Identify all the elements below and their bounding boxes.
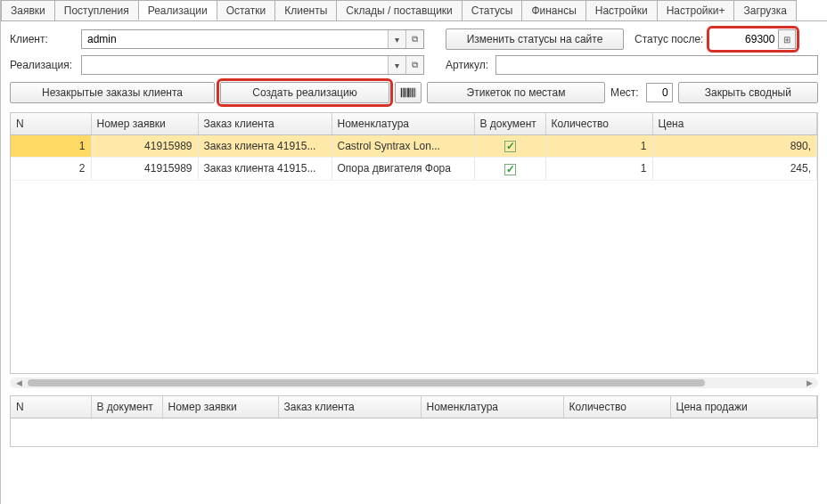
col-quantity[interactable]: Количество bbox=[545, 113, 652, 135]
client-dropdown-icon[interactable]: ▾ bbox=[388, 30, 405, 48]
col-n[interactable]: N bbox=[11, 113, 91, 135]
tab-nastroiki-plus[interactable]: Настройки+ bbox=[657, 0, 735, 20]
cell-nomen: Опора двигателя Фора bbox=[332, 158, 474, 180]
cell-client-order: Заказ клиента 41915... bbox=[198, 135, 332, 158]
status-after-label: Статус после: bbox=[635, 33, 703, 45]
cell-order: 41915989 bbox=[91, 158, 198, 180]
article-label: Артикул: bbox=[446, 59, 488, 71]
svg-rect-3 bbox=[406, 88, 407, 98]
status-after-picker-icon[interactable]: ⊞ bbox=[778, 29, 796, 49]
col-price[interactable]: Цена bbox=[652, 113, 817, 135]
col2-sale-price[interactable]: Цена продажи bbox=[670, 396, 817, 419]
cell-order: 41915989 bbox=[91, 135, 198, 158]
col-nomenclature[interactable]: Номенклатура bbox=[332, 113, 474, 135]
tab-zayavki[interactable]: Заявки bbox=[1, 0, 55, 20]
col2-client-order[interactable]: Заказ клиента bbox=[278, 396, 421, 419]
scroll-thumb[interactable] bbox=[28, 379, 705, 386]
tab-klienty[interactable]: Клиенты bbox=[274, 0, 337, 20]
col2-order-number[interactable]: Номер заявки bbox=[162, 396, 278, 419]
main-table-header-row: N Номер заявки Заказ клиента Номенклатур… bbox=[11, 113, 817, 135]
cell-qty: 1 bbox=[545, 135, 652, 158]
svg-rect-8 bbox=[415, 88, 416, 98]
scroll-left-icon[interactable]: ◀ bbox=[13, 378, 24, 388]
filter-row-2: Реализация: ▾ ⧉ Артикул: bbox=[1, 53, 827, 78]
filter-row-1: Клиент: ▾ ⧉ Изменить статусы на сайте Ст… bbox=[1, 21, 827, 53]
client-open-icon[interactable]: ⧉ bbox=[405, 30, 423, 48]
tab-finansy[interactable]: Финансы bbox=[521, 0, 585, 20]
table-row[interactable]: 2 41915989 Заказ клиента 41915... Опора … bbox=[11, 158, 817, 180]
realization-input-group: ▾ ⧉ bbox=[81, 55, 424, 75]
cell-in-doc[interactable] bbox=[474, 158, 545, 180]
svg-rect-7 bbox=[414, 88, 414, 98]
realization-label: Реализация: bbox=[10, 59, 74, 71]
check-icon bbox=[504, 164, 516, 175]
change-status-button[interactable]: Изменить статусы на сайте bbox=[446, 28, 624, 50]
svg-rect-4 bbox=[407, 88, 409, 98]
cell-nomen: Castrol Syntrax Lon... bbox=[332, 135, 474, 158]
places-label: Мест: bbox=[610, 86, 639, 99]
realization-dropdown-icon[interactable]: ▾ bbox=[388, 56, 405, 74]
barcode-button[interactable] bbox=[395, 82, 422, 103]
cell-price: 245, bbox=[652, 158, 817, 180]
main-table: N Номер заявки Заказ клиента Номенклатур… bbox=[11, 113, 817, 181]
tab-postupleniya[interactable]: Поступления bbox=[54, 0, 139, 20]
tab-sklady[interactable]: Склады / поставщики bbox=[336, 0, 462, 20]
cell-client-order: Заказ клиента 41915... bbox=[198, 158, 332, 180]
horizontal-scrollbar[interactable]: ◀ ▶ bbox=[10, 378, 818, 388]
close-summary-button[interactable]: Закрыть сводный bbox=[678, 82, 818, 103]
main-table-wrap: N Номер заявки Заказ клиента Номенклатур… bbox=[10, 112, 818, 374]
cell-qty: 1 bbox=[545, 158, 652, 180]
svg-rect-6 bbox=[412, 88, 414, 98]
scroll-right-icon[interactable]: ▶ bbox=[804, 378, 815, 388]
svg-rect-5 bbox=[410, 88, 411, 98]
create-realization-button[interactable]: Создать реализацию bbox=[220, 82, 389, 103]
tab-bar: Заявки Поступления Реализации Остатки Кл… bbox=[1, 0, 827, 21]
secondary-table-header-row: N В документ Номер заявки Заказ клиента … bbox=[11, 396, 817, 419]
col-order-number[interactable]: Номер заявки bbox=[91, 113, 198, 135]
places-input[interactable] bbox=[646, 83, 673, 102]
check-icon bbox=[504, 141, 516, 152]
svg-rect-0 bbox=[401, 88, 403, 98]
barcode-icon bbox=[400, 86, 416, 99]
status-after-input[interactable] bbox=[710, 29, 778, 49]
col-client-order[interactable]: Заказ клиента bbox=[198, 113, 332, 135]
secondary-table-wrap: N В документ Номер заявки Заказ клиента … bbox=[10, 395, 818, 447]
tab-statusy[interactable]: Статусы bbox=[462, 0, 523, 20]
col2-quantity[interactable]: Количество bbox=[563, 396, 670, 419]
article-input[interactable] bbox=[496, 56, 817, 74]
tab-realizacii[interactable]: Реализации bbox=[138, 0, 217, 20]
svg-rect-1 bbox=[403, 88, 404, 98]
tab-zagruzka[interactable]: Загрузка bbox=[733, 0, 797, 20]
article-input-group bbox=[495, 55, 818, 75]
col2-n[interactable]: N bbox=[11, 396, 91, 419]
cell-price: 890, bbox=[652, 135, 817, 158]
client-input[interactable] bbox=[82, 30, 388, 48]
col2-nomenclature[interactable]: Номенклатура bbox=[421, 396, 563, 419]
cell-n: 2 bbox=[11, 158, 91, 180]
col2-in-document[interactable]: В документ bbox=[91, 396, 162, 419]
tab-ostatki[interactable]: Остатки bbox=[217, 0, 276, 20]
realization-input[interactable] bbox=[82, 56, 388, 74]
action-row: Незакрытые заказы клиента Создать реализ… bbox=[1, 78, 827, 107]
secondary-table: N В документ Номер заявки Заказ клиента … bbox=[11, 396, 817, 419]
labels-by-places-button[interactable]: Этикеток по местам bbox=[427, 82, 605, 103]
status-after-group: ⊞ bbox=[710, 29, 796, 49]
client-label: Клиент: bbox=[10, 33, 74, 45]
table-row[interactable]: 1 41915989 Заказ клиента 41915... Castro… bbox=[11, 135, 817, 158]
svg-rect-2 bbox=[405, 88, 406, 98]
cell-in-doc[interactable] bbox=[474, 135, 545, 158]
realization-open-icon[interactable]: ⧉ bbox=[405, 56, 423, 74]
client-input-group: ▾ ⧉ bbox=[81, 29, 424, 49]
col-in-document[interactable]: В документ bbox=[474, 113, 545, 135]
tab-nastroiki[interactable]: Настройки bbox=[585, 0, 658, 20]
cell-n: 1 bbox=[11, 135, 91, 158]
open-orders-button[interactable]: Незакрытые заказы клиента bbox=[10, 82, 215, 103]
